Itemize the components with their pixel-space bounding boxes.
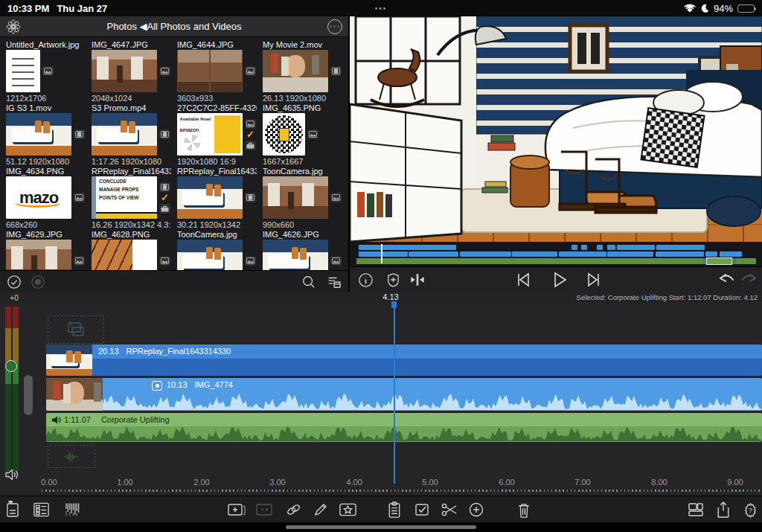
playhead-line[interactable] [394,301,395,484]
selected-clip-info: Selected: Corporate Uplifting Start: 1:1… [577,293,758,301]
effects-favorites-button[interactable] [336,499,359,520]
select-mode-button[interactable] [4,273,24,291]
share-button[interactable] [712,499,734,520]
delete-trash-button[interactable] [513,499,535,520]
timeline-panel[interactable]: 4.13 Selected: Corporate Uplifting Start… [0,292,762,496]
media-item[interactable]: IMG_4628.PNG [92,230,171,270]
media-item[interactable]: IMG_4629.JPG [6,230,86,270]
ruler-tick-label: 3.00 [261,478,294,487]
select-check-button[interactable] [411,499,433,520]
audio-level-knob[interactable] [5,360,17,372]
media-thumbnail[interactable] [92,113,157,156]
media-item-meta: 1667x1667 [263,157,342,166]
media-item[interactable]: ToonCamera.jpg [177,230,257,270]
clipboard-button[interactable] [383,499,406,520]
media-thumbnail[interactable] [6,240,71,270]
overwrite-clip-button[interactable] [254,499,276,520]
media-thumbnail[interactable] [92,240,157,270]
media-item-meta: 2048x1024 [92,94,171,103]
media-item[interactable]: IMG_4644.JPG 3603x933 [177,40,257,103]
audio-meter-left [5,307,11,472]
media-thumbnail[interactable] [263,50,328,92]
scrubber-track2 [356,251,756,257]
media-thumbnail[interactable] [263,240,328,270]
search-button[interactable] [299,273,318,291]
redo-button[interactable] [738,270,761,289]
audio-track-dropzone[interactable] [48,445,95,468]
overlay-track-dropzone[interactable] [48,315,104,344]
timeline-clip-img4774[interactable]: 10.13IMG_4774 [46,378,762,411]
ruler-tick-label: 5.00 [414,478,446,487]
audio-waveform [103,394,762,410]
sort-list-button[interactable] [324,273,344,291]
media-item-meta: 1212x1706 [6,94,86,103]
media-item[interactable]: S3 Promo.mp4 1:17.26 1920x1080 [92,103,171,167]
briefcase-badge-icon [245,141,256,150]
record-button[interactable] [28,273,48,291]
media-item[interactable]: IMG_4647.JPG 2048x1024 [92,40,171,103]
link-clips-button[interactable] [282,499,304,520]
clip-list-button[interactable] [30,499,52,520]
media-item[interactable]: ToonCamera.jpg 990x660 [263,167,342,230]
media-thumbnail[interactable] [6,113,71,156]
photo-badge-icon [245,66,256,76]
media-item[interactable]: 27C2C7C2-85FF-4326... Available Now! ama… [177,103,257,167]
multitask-dots-icon: ••• [375,4,388,13]
media-thumbnail[interactable] [263,113,305,156]
media-item-name: RPReplay_Final164331... [92,167,171,176]
timeline-clip-rpreplay[interactable]: 20.13RPReplay_Final1643314330 [46,344,762,376]
timeline-vertical-scrollbar[interactable] [24,375,33,415]
media-item[interactable]: IMG_4626.JPG [263,230,342,270]
audio-mixer-button[interactable] [61,499,83,520]
photos-app-icon[interactable] [6,19,21,34]
preview-quality-button[interactable] [382,270,404,289]
overview-scrubber[interactable] [350,242,762,266]
library-breadcrumb[interactable]: Photos ◀All Photos and Videos [106,21,241,32]
media-item[interactable]: IMG_4635.PNG 1667x1667 [263,103,342,167]
project-layout-button[interactable] [685,499,707,520]
media-thumbnail[interactable]: Available Now! amazon [177,113,243,156]
media-thumbnail[interactable] [177,240,243,270]
info-button[interactable] [354,270,377,289]
home-indicator[interactable] [286,525,476,529]
add-circle-button[interactable] [465,499,487,520]
media-thumbnail[interactable] [6,50,40,92]
clock-time: 10:33 PM [7,3,49,14]
status-bar: 10:33 PM Thu Jan 27 ••• 94% [0,0,762,16]
media-thumbnail[interactable] [177,50,243,92]
library-more-button[interactable]: ··· [327,19,342,34]
clock-date: Thu Jan 27 [57,3,107,14]
media-item[interactable]: Untitled_Artwork.jpg 1212x1706 [6,40,86,103]
media-thumbnail[interactable]: mazo [6,176,71,219]
media-item[interactable]: RPReplay_Final164331... 30.21 1920x1342 [177,167,257,230]
skip-back-button[interactable] [512,270,534,289]
timeline-mute-icon[interactable] [5,469,19,481]
photo-badge-icon [74,193,85,202]
media-thumbnail[interactable] [92,50,157,92]
settings-help-button[interactable]: ? [739,499,761,520]
battery-percent: 94% [714,3,733,14]
trim-mode-button[interactable] [406,270,429,289]
preview-video-frame[interactable] [350,16,762,242]
media-item[interactable]: My Movie 2.mov 26.13 1920x1080 [263,40,342,103]
split-scissors-button[interactable] [438,499,461,520]
skip-forward-button[interactable] [583,270,605,289]
media-library-panel: Photos ◀All Photos and Videos ··· Untitl… [0,16,350,292]
media-item[interactable]: RPReplay_Final164331... CONCLUDE MANAGE … [92,167,171,230]
media-item[interactable]: IMG_4634.PNG mazo 668x260 [6,167,86,230]
timeline-clip-corporate-uplifting[interactable]: 1:11.07Corporate Uplifting [46,413,762,442]
insert-clip-button[interactable] [225,499,248,520]
timeline-ruler[interactable]: 0.00 1.00 2.00 3.00 4.00 5.00 6.00 7.00 … [0,478,762,496]
play-button[interactable] [548,270,571,289]
scrubber-track1 [356,245,756,250]
scrubber-selection[interactable] [706,257,731,265]
import-media-button[interactable] [1,499,24,520]
media-thumbnail[interactable] [263,176,328,219]
media-thumbnail[interactable] [177,176,243,219]
media-item[interactable]: IG S3 1.mov 51.12 1920x1080 [6,103,86,167]
video-badge-icon [330,66,342,76]
scrubber-playhead[interactable] [381,244,382,263]
media-thumbnail[interactable]: CONCLUDE MANAGE PROPS POINTS OF VIEW [92,176,157,219]
undo-button[interactable] [715,270,737,289]
edit-pencil-button[interactable] [310,499,332,520]
